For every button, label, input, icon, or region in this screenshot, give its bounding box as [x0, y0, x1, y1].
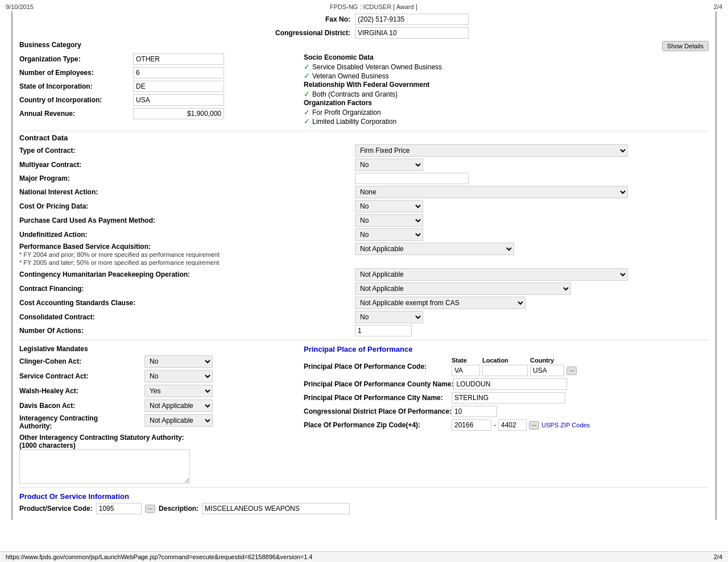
interagency-label: Interagency ContractingAuthority: — [19, 414, 144, 430]
number-of-actions-label: Number Of Actions: — [19, 327, 355, 335]
country-inc-value — [133, 94, 224, 106]
congressional-input[interactable] — [355, 27, 469, 39]
usps-zip-link[interactable]: USPS ZIP Codes — [541, 422, 590, 428]
socio-item-label-2: Veteran Owned Business — [312, 72, 389, 80]
type-of-contract-row: Type of Contract: Firm Fixed Price — [19, 144, 709, 157]
state-inc-input[interactable] — [133, 81, 224, 92]
major-program-input-area — [355, 173, 709, 184]
annual-revenue-input[interactable] — [133, 108, 224, 119]
socio-item-1: ✓ Service Disabled Veteran Owned Busines… — [304, 63, 709, 71]
product-service-header: Product Or Service Information — [19, 492, 709, 501]
consolidated-row: Consolidated Contract: NoYes — [19, 311, 709, 323]
walsh-healey-select[interactable]: NoYes — [144, 385, 213, 397]
fax-label: Fax No: — [259, 15, 350, 23]
country-col-header: Country — [530, 357, 564, 364]
performance-note-1: * FY 2004 and prior; 80% or more specifi… — [19, 251, 220, 258]
cost-accounting-input-area: Not Applicable exempt from CAS — [355, 297, 709, 309]
desc-label: Description: — [159, 505, 198, 513]
cost-pricing-select[interactable]: NoYes — [355, 200, 423, 213]
congressional-row: Congressional District: — [19, 27, 709, 39]
product-code-input[interactable] — [96, 503, 142, 514]
national-interest-input-area: None — [355, 186, 709, 198]
other-interagency-textarea[interactable] — [19, 449, 190, 484]
state-inc-value — [133, 81, 224, 92]
state-input[interactable] — [452, 365, 480, 376]
page-indicator: 2/4 — [714, 3, 722, 10]
interagency-row: Interagency ContractingAuthority: Not Ap… — [19, 414, 292, 430]
contingency-select[interactable]: Not Applicable — [355, 268, 628, 281]
contract-financing-input-area: Not Applicable — [355, 282, 709, 295]
national-interest-select[interactable]: None — [355, 186, 628, 198]
multiyear-contract-select[interactable]: NoYes — [355, 159, 423, 171]
clinger-cohen-select[interactable]: NoYes — [144, 355, 213, 368]
perf-code-row: Principal Place Of Performance Code: Sta… — [304, 357, 709, 376]
contract-data-header: Contract Data — [19, 131, 709, 142]
purchase-card-label: Purchase Card Used As Payment Method: — [19, 217, 355, 224]
type-of-contract-select[interactable]: Firm Fixed Price — [355, 144, 628, 157]
perf-congressional-input[interactable] — [452, 406, 497, 417]
zip-input[interactable] — [452, 419, 491, 431]
business-category-header: Business Category — [19, 41, 81, 49]
checkmark-icon-3: ✓ — [304, 90, 310, 98]
major-program-input[interactable] — [355, 173, 469, 184]
perf-congressional-label: Congressional District Place Of Performa… — [304, 407, 452, 415]
footer-page: 2/4 — [714, 553, 722, 560]
footer-url: https://www.fpds.gov/common/jsp/LaunchWe… — [6, 553, 312, 560]
perf-city-input[interactable] — [452, 392, 565, 403]
undefinitized-select[interactable]: NoYes — [355, 228, 423, 241]
socio-economic-section: Socio Economic Data ✓ Service Disabled V… — [304, 53, 709, 126]
performance-header: Principal Place of Performance — [304, 345, 709, 353]
interagency-select[interactable]: Not Applicable — [144, 414, 213, 427]
davis-bacon-select[interactable]: Not ApplicableNoYes — [144, 399, 213, 412]
fax-row: Fax No: — [19, 14, 709, 25]
top-bar: 9/10/2015 FPDS-NG : ICDUSER [ Award ] 2/… — [0, 0, 728, 11]
org-type-value — [133, 53, 224, 65]
country-input[interactable] — [530, 365, 564, 376]
contingency-input-area: Not Applicable — [355, 268, 709, 281]
num-employees-input[interactable] — [133, 67, 224, 78]
cost-accounting-label: Cost Accounting Standards Clause: — [19, 299, 355, 307]
perf-county-label: Principal Place Of Performance County Na… — [304, 380, 453, 388]
contract-financing-row: Contract Financing: Not Applicable — [19, 282, 709, 295]
business-section: Business Category Show Details Organizat… — [19, 41, 709, 126]
bottom-section: Legislative Mandates Clinger-Cohen Act: … — [19, 345, 709, 484]
performance-code-section: Principal Place Of Performance Code: Sta… — [304, 357, 709, 376]
davis-bacon-row: Davis Bacon Act: Not ApplicableNoYes — [19, 399, 292, 412]
country-dots-button[interactable]: ··· — [566, 367, 577, 375]
purchase-card-row: Purchase Card Used As Payment Method: No… — [19, 214, 709, 227]
relationship-title: Relationship With Federal Government — [304, 81, 709, 89]
davis-bacon-label: Davis Bacon Act: — [19, 402, 144, 410]
performance-based-row: Performance Based Service Acquisition: *… — [19, 243, 709, 267]
zip-dots-button[interactable]: ··· — [529, 421, 539, 430]
org-type-row: Organization Type: — [19, 53, 304, 65]
type-of-contract-label: Type of Contract: — [19, 147, 355, 155]
clinger-cohen-row: Clinger-Cohen Act: NoYes — [19, 355, 292, 368]
desc-value-input[interactable] — [202, 503, 350, 514]
contract-financing-select[interactable]: Not Applicable — [355, 282, 571, 295]
cost-accounting-select[interactable]: Not Applicable exempt from CAS — [355, 297, 526, 309]
location-input[interactable] — [482, 365, 528, 376]
multiyear-contract-input-area: NoYes — [355, 159, 709, 171]
org-factor-label-2: Limited Liability Corporation — [312, 118, 396, 126]
consolidated-select[interactable]: NoYes — [355, 311, 423, 323]
perf-county-input[interactable] — [453, 378, 567, 390]
type-of-contract-input-area: Firm Fixed Price — [355, 144, 709, 157]
contingency-row: Contingency Humanitarian Peacekeeping Op… — [19, 268, 709, 281]
product-code-dots-button[interactable]: ··· — [145, 505, 155, 513]
performance-note-2: * FY 2005 and later; 50% or more specifi… — [19, 259, 219, 266]
number-of-actions-input-area — [355, 325, 709, 336]
service-contract-select[interactable]: NoYes — [144, 370, 213, 382]
checkmark-icon-4: ✓ — [304, 108, 310, 116]
fax-input[interactable] — [355, 14, 469, 25]
state-col-header: State — [452, 357, 480, 364]
org-type-input[interactable] — [133, 53, 224, 65]
show-details-button[interactable]: Show Details — [662, 41, 709, 51]
num-employees-row: Number of Employees: — [19, 67, 304, 78]
org-factors-title: Organization Factors — [304, 99, 709, 107]
country-inc-input[interactable] — [133, 94, 224, 106]
performance-based-select[interactable]: Not Applicable — [355, 243, 514, 255]
zip4-input[interactable] — [498, 419, 527, 431]
number-of-actions-input[interactable] — [355, 325, 412, 336]
num-employees-label: Number of Employees: — [19, 69, 133, 77]
purchase-card-select[interactable]: NoYes — [355, 214, 423, 227]
